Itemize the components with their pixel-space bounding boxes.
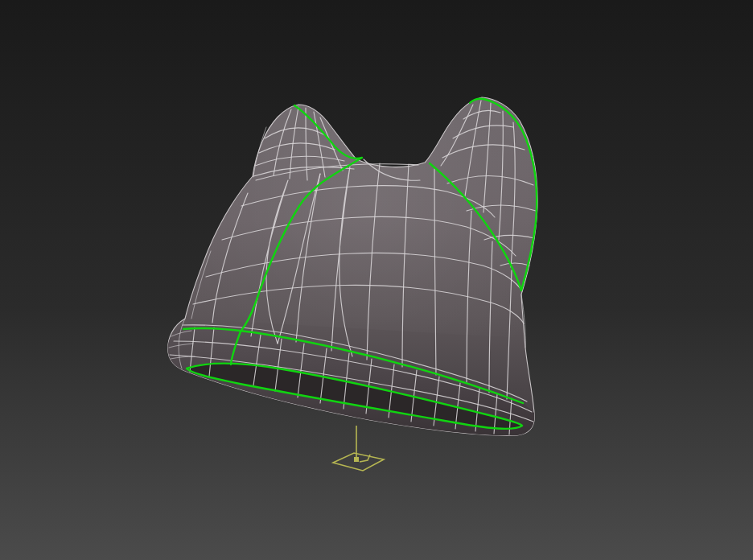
- viewport-canvas[interactable]: [0, 0, 753, 560]
- hat-mesh[interactable]: [168, 97, 537, 435]
- helper-center-marker: [354, 457, 359, 462]
- crown-highlight: [185, 97, 537, 338]
- viewport-background[interactable]: [0, 0, 753, 560]
- point-helper-gizmo[interactable]: [333, 426, 384, 471]
